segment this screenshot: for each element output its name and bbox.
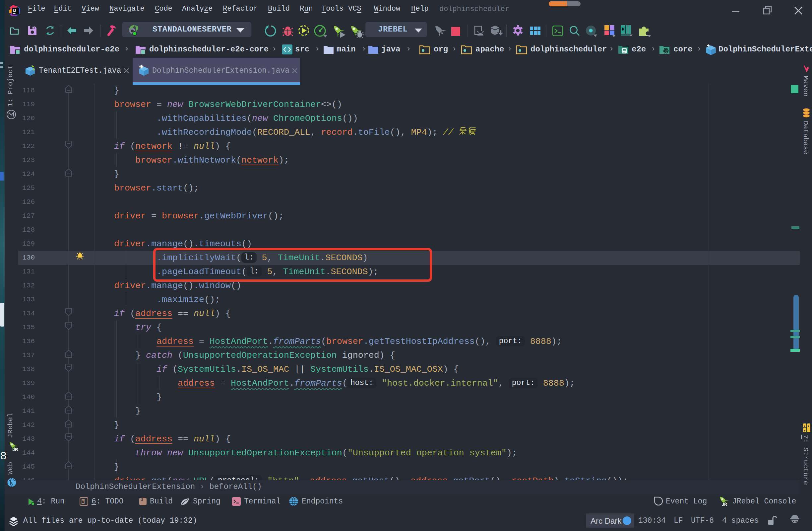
svg-text:IJ: IJ bbox=[13, 9, 16, 13]
svg-text:JR: JR bbox=[13, 447, 18, 451]
svg-text:JR: JR bbox=[722, 502, 727, 506]
